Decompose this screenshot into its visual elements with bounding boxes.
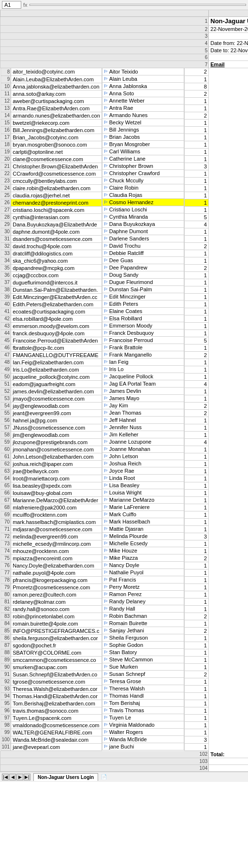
table-row: 98 vmaldonado@cosmeticessence.com 🏳 Virg…: [0, 721, 208, 729]
flag-icon: 🏳: [104, 345, 108, 350]
table-row: 91 Susan.Schnepf@ElizabethArden.co 🏳 Sus…: [0, 671, 208, 678]
table-row: 24 claire.robin@elizabetharden.com 🏳 Cla…: [0, 184, 208, 192]
fullname-text: Travis Thomas: [109, 707, 144, 713]
table-row: 13 Antra.Rae@ElizabethArden.com 🏳 Antra …: [0, 105, 208, 112]
row-num-97: 97: [0, 714, 11, 721]
row-num-42: 42: [0, 315, 11, 322]
fullname-cell: 🏳 Joanne Monahan: [102, 446, 184, 453]
table-row: 76 Nancy.Doyle@elizabetharden.com 🏳 Nanc…: [0, 562, 208, 569]
fullname-cell: 🏳 Marianne DeMarzo: [102, 496, 184, 504]
table-row: 16 Bill.Jennings@elizabetharden.com 🏳 Bi…: [0, 126, 208, 134]
table-row: 36 ccjag@cccbox.com 🏳 Doug Sandy 1: [0, 271, 208, 279]
table-row: 77 nathalie.puyol@4pole.com 🏳 Nathalie P…: [0, 569, 208, 576]
sheet-nav-next[interactable]: ▶: [16, 774, 23, 780]
email-cell: anna.soto@arkay.com: [11, 90, 102, 97]
fullname-cell: 🏳 Frank Manganello: [102, 351, 184, 359]
email-cell: tgrose@cosmeticessence.com: [11, 678, 102, 685]
fullname-text: Teresa Grose: [109, 678, 141, 684]
logins-cell: 1: [184, 504, 208, 511]
sheet-nav-prev[interactable]: ◀: [9, 774, 16, 780]
email-cell: jim@englewoodlab.com: [11, 431, 102, 438]
sheet-navigation[interactable]: |◀ ◀ ▶ ▶|: [2, 774, 30, 780]
cell-reference[interactable]: A1: [2, 1, 21, 9]
fullname-text: Chuck Mccully: [109, 178, 144, 183]
fullname-cell: 🏳 Franck Desbuquoy: [102, 329, 184, 337]
row-num-74: 74: [0, 547, 11, 554]
fullname-text: Jennifer Nuss: [109, 424, 142, 430]
flag-icon: 🏳: [104, 715, 108, 720]
row-104: 104: [0, 764, 248, 771]
logins-cell: 1: [184, 119, 208, 126]
corner-cell: [0, 10, 209, 17]
fullname-text: Cristiano Loschi: [109, 207, 147, 212]
row-num-30: 30: [0, 228, 11, 235]
table-row: 46 fbrattole@pcp-llc.com 🏳 Frank Brattol…: [0, 344, 208, 351]
row-num-3: 3: [0, 33, 209, 40]
flag-icon: 🏳: [104, 410, 108, 415]
email-cell: melinda@evergreen99.com: [11, 533, 102, 540]
title-row: 1 Non-Jaguar Users Login: [0, 17, 248, 26]
table-row: 99 WALTER@GENERALFIBRE.com 🏳 Walter Roge…: [0, 729, 208, 736]
row-num-37: 37: [0, 279, 11, 286]
email-cell: joshua.reich@ipaper.com: [11, 460, 102, 467]
table-row: 28 cynthia@interasian.com 🏳 Cynthia Mira…: [0, 213, 208, 221]
fullname-cell: 🏳 Chuck Mccully: [102, 177, 184, 184]
table-row: 73 michelle_ecsedy@rmlincorp.com 🏳 Miche…: [0, 540, 208, 547]
fullname-text: Nathalie Puyol: [109, 569, 144, 575]
email-cell: jane@evepearl.com: [11, 743, 102, 750]
logins-cell: 1: [184, 366, 208, 373]
row-num-40: 40: [0, 300, 11, 308]
flag-icon: 🏳: [104, 272, 108, 277]
flag-icon: 🏳: [104, 280, 108, 284]
fullname-cell: 🏳 Susan Schnepf: [102, 671, 184, 678]
row-num-2: 2: [0, 26, 209, 33]
fullname-cell: 🏳 Walter Rogers: [102, 729, 184, 736]
table-row: 41 ecoates@curtispackaging.com 🏳 Elaine …: [0, 308, 208, 315]
sheet-nav-last[interactable]: ▶|: [24, 774, 30, 780]
formula-bar[interactable]: [29, 4, 246, 6]
fullname-cell: 🏳 Marie LaFreniere: [102, 504, 184, 511]
sheet-tab-active[interactable]: Non-Jaguar Users Login: [33, 773, 98, 781]
table-row: 14 armando.nunes@elizabetharden.con 🏳 Ar…: [0, 112, 208, 119]
row-num-27: 27: [0, 206, 11, 213]
row-num-71: 71: [0, 525, 11, 533]
email-cell: WALTER@GENERALFIBRE.com: [11, 729, 102, 736]
table-row: 31 dsanders@cosmeticessence.com 🏳 Darlen…: [0, 235, 208, 242]
table-row: 68 mlafreniere@pak2000.com 🏳 Marie LaFre…: [0, 504, 208, 511]
table-row: 97 Tuyen.Le@spacenk.com 🏳 Tuyen Le 1: [0, 714, 208, 721]
email-cell: sgodon@pochet.fr: [11, 642, 102, 649]
flag-icon: 🏳: [104, 439, 108, 444]
table-row: 84 romain.buirette@4pole.com 🏳 Romain Bu…: [0, 620, 208, 627]
flag-icon: 🏳: [104, 105, 108, 110]
row-num-41: 41: [0, 308, 11, 315]
fullname-cell: 🏳 Bryan Mosgrober: [102, 141, 184, 148]
flag-icon: 🏳: [104, 171, 108, 176]
flag-icon: 🏳: [104, 200, 108, 205]
flag-icon: 🏳: [104, 156, 108, 161]
email-cell: ska_chic6@yahoo.com: [11, 257, 102, 264]
flag-icon: 🏳: [104, 555, 108, 560]
fullname-text: Franck Desbuquoy: [109, 330, 154, 336]
flag-icon: 🏳: [104, 664, 108, 669]
email-cell: romain.buirette@4pole.com: [11, 620, 102, 627]
fullname-text: Jacqueline Pollock: [109, 374, 153, 379]
fullname-text: Steve McCammon: [109, 657, 153, 662]
flag-icon: 🏳: [104, 577, 108, 582]
fullname-text: Dee Papandrew: [109, 265, 147, 270]
logins-cell: 2: [184, 402, 208, 409]
logins-cell: 1: [184, 475, 208, 482]
sheet-nav-first[interactable]: |◀: [2, 774, 9, 780]
email-cell: dpapandrew@mcpkg.com: [11, 264, 102, 271]
row-num-35: 35: [0, 264, 11, 271]
fullname-cell: 🏳 Joshua Reich: [102, 460, 184, 467]
flag-icon: 🏳: [104, 730, 108, 734]
flag-icon: 🏳: [104, 744, 108, 749]
logins-cell: 1: [184, 525, 208, 533]
logins-cell: 1: [184, 700, 208, 707]
table-row: 58 jim@englewoodlab.com 🏳 Jim Kelleher 1: [0, 431, 208, 438]
fullname-text: John Letson: [109, 453, 138, 459]
logins-cell: 1: [184, 714, 208, 721]
email-cell: mhouze@rocktenn.com: [11, 547, 102, 554]
email-cell: clane@cosmeticessence.com: [11, 155, 102, 163]
table-row: 101 jane@evepearl.com 🏳 jane Buchi 1: [0, 743, 208, 750]
